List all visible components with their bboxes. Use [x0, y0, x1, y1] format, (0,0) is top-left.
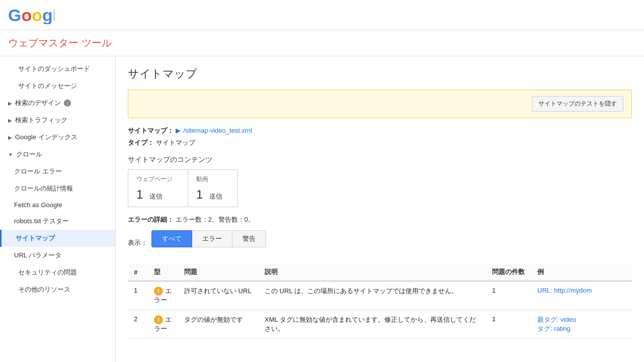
row-desc: この URL は、この場所にあるサイトマップでは使用できません。 [259, 281, 486, 310]
row-num: 2 [128, 310, 148, 339]
cell-unit: 送信 [209, 193, 222, 200]
triangle-icon: ▶ [8, 135, 12, 140]
error-details-text: エラー数：2、警告数：0。 [176, 216, 255, 223]
sidebar-label: 検索のデザイン [15, 99, 61, 108]
sidebar-item-search-traffic[interactable]: ▶検索トラフィック [0, 112, 115, 129]
triangle-icon: ▼ [8, 152, 13, 157]
sidebar-item-robots-tester[interactable]: robots.txt テスター [0, 213, 115, 230]
sidebar-label: クロールの統計情報 [14, 184, 73, 193]
row-count: 1 [486, 281, 531, 310]
info-icon: i [64, 100, 71, 107]
google-logo[interactable]: Google [8, 6, 54, 24]
sidebar-item-security[interactable]: セキュリティの問題 [0, 264, 115, 281]
row-count: 1 [486, 310, 531, 339]
banner: サイトマップのテストを隠す [128, 89, 632, 118]
sidebar-label: サイトマップ [16, 234, 55, 243]
sitemap-label: サイトマップ： [128, 127, 174, 134]
table-header: 問題 [178, 263, 259, 281]
filter-row: 表示： すべてエラー警告 [128, 230, 632, 255]
row-type: ! エラー [148, 310, 178, 339]
svg-text:Google: Google [8, 6, 54, 24]
row-example: 親タグ: videoタグ: rating [531, 310, 632, 339]
warning-icon: ! [154, 287, 163, 296]
sidebar-label: その他のリソース [18, 285, 70, 294]
table-header: 問題の件数 [486, 263, 531, 281]
sidebar-label: クロール [16, 150, 42, 159]
sidebar-label: 検索トラフィック [15, 116, 67, 125]
sidebar-item-google-index[interactable]: ▶Google インデックス [0, 129, 115, 146]
sidebar-label: robots.txt テスター [14, 217, 69, 226]
row-desc: XML タグに無効な値が含まれています。修正してから、再送信してください。 [259, 310, 486, 339]
cell-header: 動画 [196, 175, 222, 184]
filter-warnings-button[interactable]: 警告 [232, 230, 266, 247]
content-cell: 動画 1 送信 [188, 170, 237, 207]
cell-unit: 送信 [149, 193, 163, 200]
sidebar-item-other[interactable]: その他のリソース [0, 281, 115, 298]
warning-icon: ! [154, 315, 163, 324]
sidebar-label: Google インデックス [15, 133, 77, 142]
table-row: 1 ! エラー 許可されていない URLこの URL は、この場所にあるサイトマ… [128, 281, 632, 310]
sitemap-type-row: タイプ： サイトマップ [128, 138, 632, 147]
row-issue: タグの値が無効です [178, 310, 259, 339]
row-num: 1 [128, 281, 148, 310]
error-table: #型問題説明問題の件数例 1 ! エラー 許可されていない URLこの URL … [128, 263, 632, 339]
sidebar-label: Fetch as Google [14, 201, 62, 209]
sidebar-label: サイトのダッシュボード [18, 64, 90, 73]
sitemap-url-link[interactable]: /sitemap-video_test.xml [183, 127, 252, 134]
sidebar-item-search-design[interactable]: ▶検索のデザインi [0, 95, 115, 112]
table-header: # [128, 263, 148, 281]
table-header: 説明 [259, 263, 486, 281]
cell-header: ウェブページ [136, 175, 173, 184]
page-title: サイトマップ [128, 66, 632, 81]
header: Google [0, 0, 644, 30]
sidebar-item-crawl-errors[interactable]: クロール エラー [0, 163, 115, 180]
layout: サイトのダッシュボードサイトのメッセージ▶検索のデザインi▶検索トラフィック▶G… [0, 56, 644, 362]
main-content: サイトマップ サイトマップのテストを隠す サイトマップ： ▶ /sitemap-… [116, 56, 644, 362]
sidebar-item-crawl-stats[interactable]: クロールの統計情報 [0, 180, 115, 197]
error-table-head: #型問題説明問題の件数例 [128, 263, 632, 281]
cell-value: 1 送信 [136, 188, 173, 202]
content-table: ウェブページ 1 送信 動画 1 送信 [128, 169, 238, 207]
row-issue: 許可されていない URL [178, 281, 259, 310]
hide-sitemap-test-button[interactable]: サイトマップのテストを隠す [532, 96, 623, 112]
app-title: ウェブマスター ツール [8, 37, 112, 48]
sidebar-item-url-params[interactable]: URL パラメータ [0, 247, 115, 264]
content-section: サイトマップのコンテンツ ウェブページ 1 送信 動画 1 送信 [128, 155, 632, 207]
table-row: 2 ! エラー タグの値が無効ですXML タグに無効な値が含まれています。修正し… [128, 310, 632, 339]
triangle-icon: ▶ [8, 101, 12, 106]
type-label: タイプ： [128, 139, 154, 146]
sidebar-item-dashboard[interactable]: サイトのダッシュボード [0, 60, 115, 77]
subheader: ウェブマスター ツール [0, 30, 644, 56]
sidebar-item-sitemap[interactable]: サイトマップ [0, 230, 115, 247]
filter-label: 表示： [128, 238, 147, 247]
table-header: 型 [148, 263, 178, 281]
row-example: URL: http://mydom [531, 281, 632, 310]
error-details-label: エラーの詳細： [128, 216, 174, 223]
table-header: 例 [531, 263, 632, 281]
sidebar-label: セキュリティの問題 [18, 268, 77, 277]
sitemap-url-row: サイトマップ： ▶ /sitemap-video_test.xml [128, 126, 632, 135]
row-type: ! エラー [148, 281, 178, 310]
sidebar-item-fetch-as-google[interactable]: Fetch as Google [0, 197, 115, 213]
sidebar-label: サイトのメッセージ [18, 81, 77, 90]
filter-errors-button[interactable]: エラー [192, 230, 232, 247]
error-table-body: 1 ! エラー 許可されていない URLこの URL は、この場所にあるサイトマ… [128, 281, 632, 339]
content-cell: ウェブページ 1 送信 [128, 170, 188, 207]
filter-all-button[interactable]: すべて [151, 230, 192, 247]
external-link-icon: ▶ [176, 127, 181, 134]
sidebar-item-messages[interactable]: サイトのメッセージ [0, 77, 115, 95]
content-section-title: サイトマップのコンテンツ [128, 155, 632, 164]
type-value: サイトマップ [156, 139, 195, 146]
filter-buttons: すべてエラー警告 [151, 230, 266, 247]
sidebar-item-crawl[interactable]: ▼クロール [0, 146, 115, 163]
triangle-icon: ▶ [8, 118, 12, 123]
sidebar-label: クロール エラー [14, 167, 62, 176]
table-header-row: #型問題説明問題の件数例 [128, 263, 632, 281]
sidebar-label: URL パラメータ [14, 251, 61, 260]
cell-value: 1 送信 [196, 188, 222, 202]
error-details: エラーの詳細： エラー数：2、警告数：0。 [128, 215, 632, 224]
sidebar: サイトのダッシュボードサイトのメッセージ▶検索のデザインi▶検索トラフィック▶G… [0, 56, 116, 362]
